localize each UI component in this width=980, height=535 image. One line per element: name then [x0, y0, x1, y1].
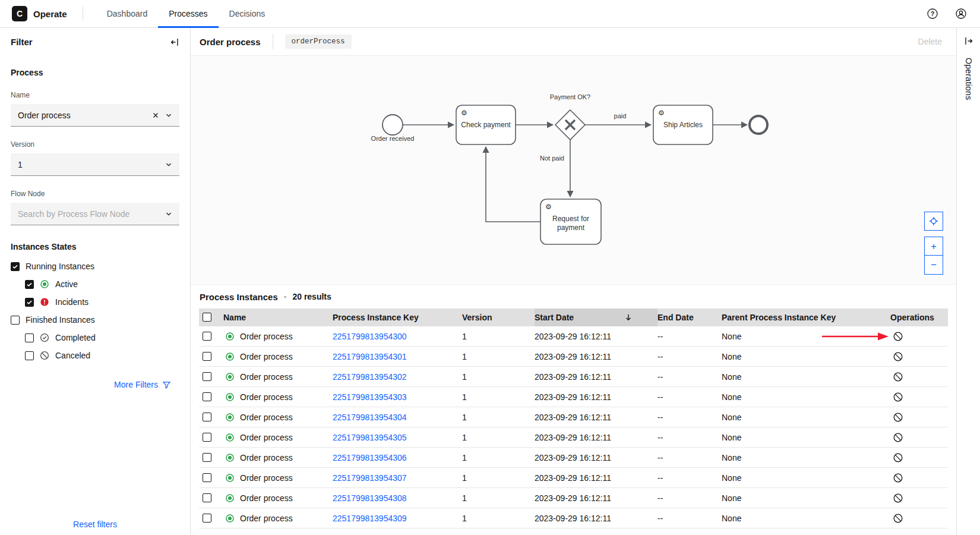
row-checkbox[interactable]: [203, 493, 211, 502]
tab-processes[interactable]: Processes: [158, 0, 218, 27]
instance-key-link[interactable]: 2251799813954307: [333, 473, 407, 483]
instance-key-link[interactable]: 2251799813954305: [333, 433, 407, 442]
task-request-for-payment[interactable]: ⚙ Request for payment: [540, 199, 601, 244]
cancel-operation-icon[interactable]: [893, 493, 903, 503]
cancel-operation-icon[interactable]: [893, 392, 903, 402]
cancel-operation-icon[interactable]: [893, 372, 903, 382]
cancel-operation-icon[interactable]: [893, 331, 903, 342]
row-checkbox[interactable]: [203, 372, 211, 381]
task-check-payment[interactable]: ⚙ Check payment: [456, 105, 516, 144]
tab-decisions[interactable]: Decisions: [219, 0, 276, 27]
table-row[interactable]: Order process 2251799813954306 1 2023-09…: [199, 448, 948, 468]
svg-text:?: ?: [931, 10, 934, 17]
instances-states-heading: Instances States: [11, 242, 179, 251]
filter-incidents[interactable]: Incidents: [11, 293, 179, 311]
help-button[interactable]: ?: [927, 8, 938, 20]
select-all-checkbox[interactable]: [203, 313, 211, 322]
process-name-select[interactable]: Order process: [11, 104, 179, 127]
cancel-operation-icon[interactable]: [893, 513, 903, 524]
column-header-start-date[interactable]: Start Date: [535, 309, 657, 326]
instance-end-date: --: [657, 453, 722, 462]
column-header-end-date[interactable]: End Date: [657, 313, 722, 322]
finished-instances-checkbox[interactable]: [11, 316, 20, 325]
incidents-checkbox[interactable]: [25, 298, 34, 307]
cancel-operation-icon[interactable]: [893, 351, 903, 362]
active-state-icon: [225, 453, 235, 462]
instance-key-link[interactable]: 2251799813954306: [333, 453, 407, 462]
task-label-line2: payment: [557, 224, 585, 232]
flow-node-select[interactable]: Search by Process Flow Node: [11, 203, 179, 225]
table-row[interactable]: Order process 2251799813954303 1 2023-09…: [199, 387, 948, 407]
row-checkbox[interactable]: [203, 433, 211, 442]
row-checkbox[interactable]: [203, 453, 211, 462]
row-checkbox[interactable]: [203, 392, 211, 401]
reset-filters-button[interactable]: Reset filters: [0, 520, 190, 529]
column-header-version[interactable]: Version: [462, 313, 535, 322]
instance-start-date: 2023-09-29 16:12:11: [535, 453, 657, 462]
more-filters-button[interactable]: More Filters: [11, 380, 179, 389]
instance-start-date: 2023-09-29 16:12:11: [535, 473, 657, 483]
cancel-operation-icon[interactable]: [893, 452, 903, 463]
cancel-operation-icon[interactable]: [893, 473, 903, 483]
cancel-operation-icon[interactable]: [893, 412, 903, 423]
row-checkbox[interactable]: [203, 413, 211, 421]
zoom-in-button[interactable]: +: [925, 237, 943, 256]
row-checkbox[interactable]: [203, 514, 211, 523]
table-row[interactable]: Order process 2251799813954309 1 2023-09…: [199, 508, 948, 528]
column-header-name[interactable]: Name: [223, 313, 333, 322]
sort-descending-icon[interactable]: [624, 313, 633, 322]
instance-key-link[interactable]: 2251799813954308: [333, 493, 407, 503]
diagram-reset-zoom-button[interactable]: [924, 212, 943, 231]
instance-key-link[interactable]: 2251799813954309: [333, 514, 407, 523]
filter-active[interactable]: Active: [11, 275, 179, 293]
instance-key-link[interactable]: 2251799813954300: [333, 332, 407, 341]
filter-completed[interactable]: Completed: [11, 329, 179, 347]
version-value: 1: [18, 160, 159, 169]
column-header-process-instance-key[interactable]: Process Instance Key: [333, 313, 462, 322]
canceled-state-icon: [40, 351, 49, 360]
filter-running-instances[interactable]: Running Instances: [11, 257, 179, 275]
state-label: Active: [55, 279, 78, 289]
expand-operations-panel-button[interactable]: [964, 36, 973, 46]
table-row[interactable]: Order process 2251799813954301 1 2023-09…: [199, 347, 948, 367]
instance-end-date: --: [657, 392, 722, 402]
start-event-label: Order received: [371, 135, 415, 142]
table-row[interactable]: Order process 2251799813954307 1 2023-09…: [199, 468, 948, 488]
completed-checkbox[interactable]: [25, 333, 34, 342]
start-event-order-received[interactable]: Order received: [371, 115, 415, 142]
instance-parent-key: None: [722, 372, 890, 382]
instance-key-link[interactable]: 2251799813954304: [333, 413, 407, 422]
table-row[interactable]: Order process 2251799813954304 1 2023-09…: [199, 407, 948, 427]
table-row[interactable]: Order process 2251799813954300 1 2023-09…: [199, 326, 948, 347]
column-header-parent-key[interactable]: Parent Process Instance Key: [722, 313, 890, 322]
end-event[interactable]: [750, 116, 767, 134]
zoom-out-button[interactable]: −: [925, 256, 943, 274]
gateway-payment-ok[interactable]: Payment OK?: [550, 93, 590, 140]
instance-key-link[interactable]: 2251799813954301: [333, 352, 407, 361]
name-field-label: Name: [11, 91, 179, 99]
running-instances-checkbox[interactable]: [11, 262, 20, 271]
instance-key-link[interactable]: 2251799813954302: [333, 372, 407, 382]
row-checkbox[interactable]: [203, 332, 211, 341]
row-checkbox[interactable]: [203, 473, 211, 482]
active-checkbox[interactable]: [25, 280, 34, 289]
table-row[interactable]: Order process 2251799813954308 1 2023-09…: [199, 488, 948, 508]
table-row[interactable]: Order process 2251799813954305 1 2023-09…: [199, 427, 948, 448]
filter-canceled[interactable]: Canceled: [11, 347, 179, 364]
instance-key-link[interactable]: 2251799813954303: [333, 392, 407, 402]
table-row[interactable]: Order process 2251799813954302 1 2023-09…: [199, 367, 948, 387]
filter-finished-instances[interactable]: Finished Instances: [11, 311, 179, 329]
clear-selection-icon[interactable]: [152, 112, 159, 119]
row-checkbox[interactable]: [203, 352, 211, 361]
collapse-filter-panel-button[interactable]: [170, 37, 179, 47]
instance-name: Order process: [240, 514, 293, 523]
tab-dashboard[interactable]: Dashboard: [96, 0, 159, 27]
delete-button[interactable]: Delete: [918, 37, 942, 46]
app-header: C Operate Dashboard Processes Decisions …: [0, 0, 980, 28]
instance-parent-key: None: [722, 453, 890, 462]
canceled-checkbox[interactable]: [25, 351, 34, 360]
user-menu-button[interactable]: [955, 8, 967, 20]
version-select[interactable]: 1: [11, 153, 179, 176]
task-ship-articles[interactable]: ⚙ Ship Articles: [653, 105, 713, 144]
cancel-operation-icon[interactable]: [893, 432, 903, 443]
